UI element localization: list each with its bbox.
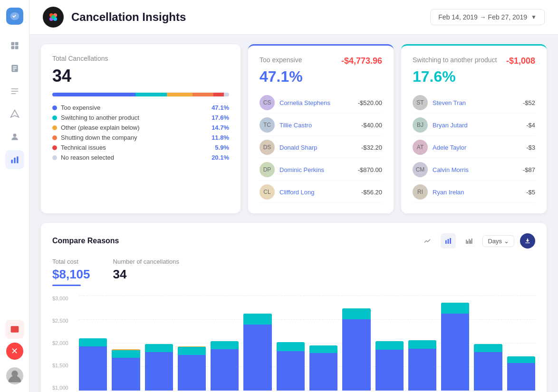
sidebar-item-list[interactable] <box>5 82 24 101</box>
total-cost-metric: Total cost $8,105 <box>52 258 90 286</box>
bar-seg-8-1 <box>342 308 370 319</box>
svg-rect-15 <box>17 156 18 163</box>
header: Cancellation Insights Feb 14, 2019 → Feb… <box>29 0 558 35</box>
bar-ghost-7 <box>309 345 337 391</box>
avatar-adele: AT <box>413 140 428 155</box>
cancellations-legend: Too expensive 47.1% Switching to another… <box>52 104 229 161</box>
total-cost-label: Total cost <box>52 258 90 265</box>
user-avatar[interactable] <box>6 367 23 384</box>
compare-chart: $3,000 $2,500 $2,000 $1,500 $1,000 <box>52 296 535 391</box>
svg-point-12 <box>13 134 16 137</box>
bar-group-10 <box>408 340 436 391</box>
legend-too-expensive: Too expensive 47.1% <box>52 104 229 111</box>
person-amount-adele: -$3 <box>526 144 535 151</box>
legend-pct-no-reason: 20.1% <box>212 154 229 161</box>
sidebar-item-dashboard[interactable] <box>5 36 24 55</box>
bar-seg-1-0 <box>112 358 140 391</box>
bar-seg-6-0 <box>277 351 305 391</box>
person-item-tillie: TC Tillie Castro -$40.00 <box>260 115 382 136</box>
person-name-dominic[interactable]: Dominic Perkins <box>279 166 353 173</box>
person-item-steven: ST Steven Tran -$52 <box>413 92 535 114</box>
bar-seg-10-0 <box>408 349 436 391</box>
bar-ghost-5 <box>243 314 271 391</box>
person-item-dominic: DP Dominic Perkins -$870.00 <box>260 159 382 181</box>
person-item-cornelia: CS Cornelia Stephens -$520.00 <box>260 92 382 114</box>
sidebar-item-mail[interactable] <box>5 320 24 339</box>
bar-seg-3-0 <box>178 355 206 391</box>
legend-no-reason: No reason selected 20.1% <box>52 154 229 161</box>
sidebar-logo[interactable] <box>6 8 23 25</box>
download-button[interactable] <box>520 233 535 249</box>
days-selector[interactable]: Days ⌄ <box>482 235 514 247</box>
sidebar-item-pages[interactable] <box>5 59 24 78</box>
bar-group-11 <box>441 303 469 391</box>
legend-label-shutting: Shutting down the company <box>61 134 208 141</box>
legend-other: Other (please explain below) 14.7% <box>52 124 229 131</box>
page-title: Cancellation Insights <box>71 10 423 24</box>
svg-rect-28 <box>470 240 471 244</box>
sidebar-close-button[interactable]: ✕ <box>6 343 23 360</box>
legend-shutting: Shutting down the company 11.8% <box>52 134 229 141</box>
person-amount-calvin: -$87 <box>523 166 535 173</box>
legend-dot-shutting <box>52 135 57 140</box>
legend-label-technical: Technical issues <box>61 144 211 151</box>
person-name-ryan[interactable]: Ryan Irelan <box>433 189 521 196</box>
date-range-button[interactable]: Feb 14, 2019 → Feb 27, 2019 ▼ <box>430 9 545 25</box>
avatar-calvin: CM <box>413 162 428 177</box>
y-label-1000: $1,000 <box>52 385 76 391</box>
bar-group-3 <box>178 346 206 391</box>
bar-chart-button[interactable] <box>441 233 456 249</box>
svg-rect-14 <box>14 158 15 163</box>
person-item-calvin: CM Calvin Morris -$87 <box>413 159 535 181</box>
svg-rect-13 <box>11 160 12 163</box>
person-name-clifford[interactable]: Clifford Long <box>279 189 356 196</box>
legend-pct-other: 14.7% <box>212 124 229 131</box>
grouped-bar-chart-button[interactable] <box>462 233 477 249</box>
y-label-1500: $1,500 <box>52 363 76 368</box>
bar-ghost-10 <box>408 340 436 391</box>
line-chart-button[interactable] <box>420 233 435 249</box>
legend-label-switching: Switching to another product <box>61 114 208 121</box>
person-name-tillie[interactable]: Tillie Castro <box>279 122 356 129</box>
avatar-donald: DS <box>260 140 275 155</box>
bar-seg-6-1 <box>277 342 305 351</box>
person-amount-donald: -$32.20 <box>361 144 382 151</box>
svg-rect-22 <box>445 240 447 244</box>
svg-point-21 <box>51 15 55 19</box>
avatar-tillie: TC <box>260 117 275 133</box>
person-amount-tillie: -$40.00 <box>361 122 382 129</box>
sidebar-item-navigation[interactable] <box>5 105 24 124</box>
bar-seg-7-1 <box>309 345 337 353</box>
person-name-steven[interactable]: Steven Tran <box>433 99 518 106</box>
svg-rect-27 <box>469 239 470 244</box>
person-name-cornelia[interactable]: Cornelia Stephens <box>279 99 353 106</box>
svg-rect-10 <box>11 93 16 94</box>
svg-rect-7 <box>12 70 15 71</box>
y-label-3000: $3,000 <box>52 296 76 301</box>
bar-ghost-0 <box>79 338 107 391</box>
bar-seg-13-1 <box>507 356 535 363</box>
sidebar-item-users[interactable] <box>5 127 24 146</box>
bar-seg-7-0 <box>309 353 337 391</box>
person-amount-bryan: -$4 <box>526 122 535 129</box>
legend-pct-shutting: 11.8% <box>212 134 229 141</box>
person-name-calvin[interactable]: Calvin Morris <box>433 166 518 173</box>
svg-marker-11 <box>10 110 19 117</box>
bar-seg-5-1 <box>243 314 271 325</box>
person-name-adele[interactable]: Adele Taylor <box>433 144 521 151</box>
bar-seg-0-1 <box>79 338 107 346</box>
bar-group-7 <box>309 345 337 391</box>
switching-person-list: ST Steven Tran -$52 BJ Bryan Jutard -$4 … <box>413 92 535 203</box>
person-name-bryan[interactable]: Bryan Jutard <box>433 122 521 129</box>
segment-other <box>167 93 193 96</box>
y-label-2500: $2,500 <box>52 318 76 324</box>
bar-group-12 <box>474 344 502 391</box>
bar-ghost-11 <box>441 303 469 391</box>
segment-no-reason <box>224 93 229 96</box>
person-name-donald[interactable]: Donald Sharp <box>279 144 356 151</box>
sidebar: ✕ <box>0 0 29 392</box>
svg-rect-8 <box>11 88 18 89</box>
sidebar-item-charts[interactable] <box>5 150 24 169</box>
legend-label-no-reason: No reason selected <box>61 154 208 161</box>
svg-rect-26 <box>467 241 468 244</box>
